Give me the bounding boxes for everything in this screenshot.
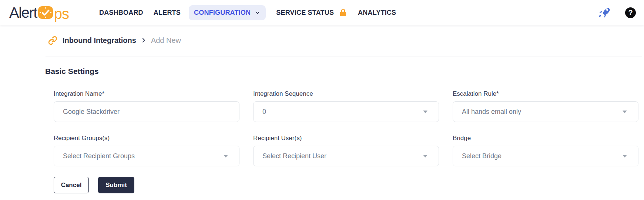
logo-clock-check-icon — [38, 6, 53, 20]
recipient-users-label: Recipient User(s) — [253, 135, 439, 142]
escalation-rule-label: Escalation Rule* — [453, 90, 638, 98]
breadcrumb-divider — [46, 57, 642, 57]
form-actions: Cancel Submit — [54, 177, 644, 193]
breadcrumb: Inbound Integrations Add New — [48, 34, 644, 47]
integration-sequence-value: 0 — [262, 108, 266, 116]
help-icon[interactable]: ? — [625, 7, 636, 18]
chevron-right-icon — [141, 37, 147, 43]
recipient-users-placeholder: Select Recipient User — [262, 152, 326, 160]
field-integration-name: Integration Name* — [54, 90, 239, 122]
field-recipient-groups: Recipient Groups(s) Select Recipient Gro… — [54, 135, 239, 166]
field-escalation-rule: Escalation Rule* All hands email only — [453, 90, 638, 122]
integration-sequence-select[interactable]: 0 — [253, 101, 439, 122]
page-title: Basic Settings — [45, 67, 644, 76]
bridge-placeholder: Select Bridge — [462, 152, 502, 160]
cancel-button[interactable]: Cancel — [54, 177, 89, 193]
chain-link-icon — [48, 36, 57, 45]
lock-icon — [339, 8, 348, 17]
top-navbar: Alert ps DASHBOARD ALERTS CONFIGURATION … — [0, 0, 644, 25]
integration-sequence-label: Integration Sequence — [253, 90, 439, 98]
recipient-groups-label: Recipient Groups(s) — [54, 135, 239, 142]
logo-text-alert: Alert — [9, 4, 37, 21]
escalation-rule-value: All hands email only — [462, 108, 521, 116]
field-bridge: Bridge Select Bridge — [453, 135, 638, 166]
alertops-logo[interactable]: Alert ps — [9, 3, 69, 23]
triangle-down-icon — [623, 155, 627, 157]
triangle-down-icon — [423, 155, 427, 157]
breadcrumb-section[interactable]: Inbound Integrations — [63, 36, 136, 45]
nav-item-configuration[interactable]: CONFIGURATION — [189, 5, 266, 20]
basic-settings-form: Integration Name* Integration Sequence 0… — [54, 90, 644, 166]
nav-item-dashboard[interactable]: DASHBOARD — [99, 9, 143, 17]
bridge-select[interactable]: Select Bridge — [453, 146, 638, 166]
nav-item-alerts[interactable]: ALERTS — [154, 9, 181, 17]
rocket-icon[interactable] — [598, 6, 610, 19]
field-integration-sequence: Integration Sequence 0 — [253, 90, 439, 122]
triangle-down-icon — [423, 111, 427, 113]
triangle-down-icon — [224, 155, 228, 157]
submit-button[interactable]: Submit — [98, 177, 134, 193]
chevron-down-icon — [254, 10, 261, 16]
nav-item-service-status[interactable]: SERVICE STATUS — [276, 8, 348, 17]
main-nav: DASHBOARD ALERTS CONFIGURATION SERVICE S… — [99, 0, 396, 25]
navbar-right-actions: ? — [598, 0, 636, 25]
nav-item-service-status-label: SERVICE STATUS — [276, 9, 334, 17]
recipient-users-select[interactable]: Select Recipient User — [253, 146, 439, 166]
nav-item-configuration-label: CONFIGURATION — [194, 9, 251, 17]
recipient-groups-placeholder: Select Recipient Groups — [63, 152, 135, 160]
triangle-down-icon — [623, 111, 627, 113]
logo-text-ops: ps — [54, 6, 69, 22]
integration-name-input[interactable] — [54, 101, 239, 122]
escalation-rule-select[interactable]: All hands email only — [453, 101, 638, 122]
nav-item-analytics[interactable]: ANALYTICS — [358, 9, 396, 17]
bridge-label: Bridge — [453, 135, 638, 142]
integration-name-label: Integration Name* — [54, 90, 239, 98]
recipient-groups-select[interactable]: Select Recipient Groups — [54, 146, 239, 166]
field-recipient-users: Recipient User(s) Select Recipient User — [253, 135, 439, 166]
breadcrumb-current: Add New — [151, 36, 181, 45]
